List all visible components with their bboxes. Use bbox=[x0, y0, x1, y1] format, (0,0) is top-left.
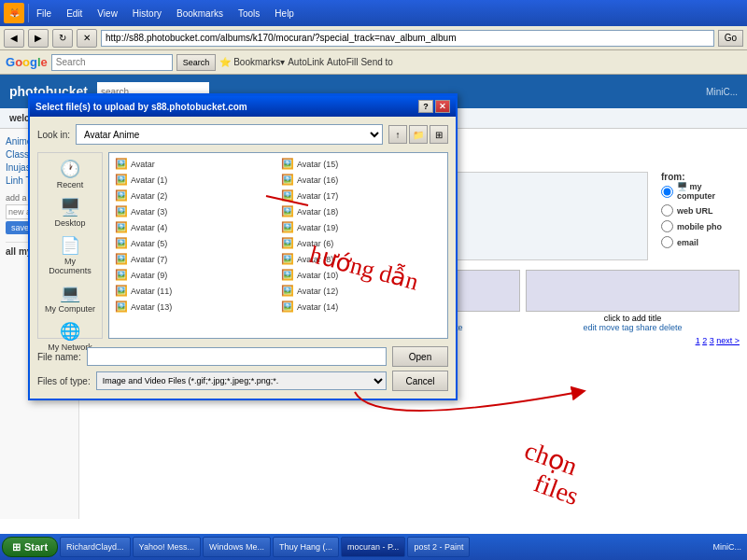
file-icon: 🖼️ bbox=[281, 174, 294, 186]
desktop-icon: 🖥️ bbox=[60, 197, 80, 217]
dialog-content-area: 🕐 Recent 🖥️ Desktop 📄 My Documents bbox=[37, 152, 448, 339]
panel-recent[interactable]: 🕐 Recent bbox=[42, 157, 98, 191]
file-item[interactable]: 🖼️Avatar (18) bbox=[279, 204, 444, 218]
search-button[interactable]: Search bbox=[176, 54, 217, 71]
file-item[interactable]: 🖼️Avatar (3) bbox=[113, 204, 277, 218]
back-button[interactable]: ◀ bbox=[4, 29, 24, 48]
file-icon: 🖼️ bbox=[281, 285, 294, 297]
file-list[interactable]: 🖼️Avatar🖼️Avatar (15)🖼️Avatar (1)🖼️Avata… bbox=[108, 152, 448, 339]
taskbar-task-5[interactable]: post 2 - Paint bbox=[407, 537, 470, 557]
file-dialog: Select file(s) to upload by s88.photobuc… bbox=[28, 93, 458, 400]
go-up-icon[interactable]: ↑ bbox=[388, 125, 407, 144]
file-item[interactable]: 🖼️Avatar (11) bbox=[113, 284, 277, 298]
file-name: Avatar (6) bbox=[297, 239, 333, 248]
filename-row: File name: Open bbox=[37, 346, 448, 367]
address-input[interactable] bbox=[101, 30, 714, 47]
file-item[interactable]: 🖼️Avatar (17) bbox=[279, 189, 444, 203]
file-item[interactable]: 🖼️Avatar (7) bbox=[113, 252, 277, 266]
filename-input[interactable] bbox=[87, 347, 387, 366]
autolink-icon[interactable]: AutoLink bbox=[288, 57, 324, 67]
taskbar-task-2[interactable]: Windows Me... bbox=[203, 537, 271, 557]
filename-label: File name: bbox=[37, 352, 81, 362]
menu-file[interactable]: File bbox=[33, 7, 55, 21]
file-name: Avatar (17) bbox=[297, 191, 338, 201]
menu-help[interactable]: Help bbox=[271, 7, 298, 21]
file-item[interactable]: 🖼️Avatar (16) bbox=[279, 173, 444, 187]
file-item[interactable]: 🖼️Avatar bbox=[113, 157, 277, 171]
filetype-select[interactable]: Image and Video Files (*.gif;*.jpg;*.jpe… bbox=[96, 371, 387, 390]
google-toolbar: Google Search ⭐ Bookmarks▾ AutoLink Auto… bbox=[0, 50, 747, 75]
google-logo: Google bbox=[6, 55, 48, 69]
my-network-icon: 🌐 bbox=[60, 321, 80, 342]
file-item[interactable]: 🖼️Avatar (9) bbox=[113, 268, 277, 282]
dialog-close-button[interactable]: ✕ bbox=[435, 100, 450, 113]
taskbar-task-0[interactable]: RichardClayd... bbox=[60, 537, 131, 557]
browser-content: photobucket MiniC... welcome, mocuran | … bbox=[0, 75, 747, 539]
file-name: Avatar (18) bbox=[297, 207, 338, 217]
file-name: Avatar bbox=[131, 160, 155, 169]
file-name: Avatar (11) bbox=[131, 287, 172, 296]
menu-tools[interactable]: Tools bbox=[234, 7, 263, 21]
dialog-body: Look in: Avatar Anime ↑ 📁 ⊞ bbox=[30, 117, 456, 399]
go-button[interactable]: Go bbox=[718, 30, 743, 47]
start-label: Start bbox=[24, 541, 48, 553]
my-computer-icon: 💻 bbox=[60, 283, 80, 303]
reload-button[interactable]: ↻ bbox=[52, 29, 73, 48]
forward-button[interactable]: ▶ bbox=[28, 29, 49, 48]
file-name: Avatar (1) bbox=[131, 175, 167, 185]
recent-label: Recent bbox=[57, 180, 84, 189]
address-bar: ◀ ▶ ↻ ✕ Go bbox=[0, 26, 747, 50]
file-item[interactable]: 🖼️Avatar (13) bbox=[113, 300, 277, 314]
cancel-button[interactable]: Cancel bbox=[392, 371, 448, 391]
menu-bookmarks[interactable]: Bookmarks bbox=[173, 7, 227, 21]
look-in-select[interactable]: Avatar Anime bbox=[76, 124, 383, 145]
recent-icon: 🕐 bbox=[60, 159, 80, 179]
file-item[interactable]: 🖼️Avatar (8) bbox=[279, 252, 444, 266]
file-icon: 🖼️ bbox=[115, 221, 128, 233]
file-item[interactable]: 🖼️Avatar (12) bbox=[279, 284, 444, 298]
file-name: Avatar (13) bbox=[131, 302, 172, 312]
separator bbox=[28, 4, 29, 22]
new-folder-icon[interactable]: 📁 bbox=[409, 125, 428, 144]
file-icon: 🖼️ bbox=[115, 189, 128, 202]
svg-text:files: files bbox=[530, 469, 583, 511]
file-item[interactable]: 🖼️Avatar (4) bbox=[113, 220, 277, 234]
taskbar-task-3[interactable]: Thuy Hang (... bbox=[273, 537, 339, 557]
taskbar-task-1[interactable]: Yahoo! Mess... bbox=[133, 537, 201, 557]
file-item[interactable]: 🖼️Avatar (2) bbox=[113, 189, 277, 203]
panel-my-documents[interactable]: 📄 My Documents bbox=[42, 233, 98, 277]
file-item[interactable]: 🖼️Avatar (6) bbox=[279, 236, 444, 250]
google-search-input[interactable] bbox=[51, 54, 173, 71]
autofill-icon[interactable]: AutoFill bbox=[327, 57, 358, 67]
menu-edit[interactable]: Edit bbox=[63, 7, 86, 21]
views-icon[interactable]: ⊞ bbox=[430, 125, 448, 144]
file-name: Avatar (5) bbox=[131, 239, 167, 248]
file-item[interactable]: 🖼️Avatar (15) bbox=[279, 157, 444, 171]
main-area: photobucket MiniC... welcome, mocuran | … bbox=[0, 75, 747, 539]
left-panel: 🕐 Recent 🖥️ Desktop 📄 My Documents bbox=[37, 152, 103, 339]
start-button[interactable]: ⊞ Start bbox=[2, 537, 58, 557]
open-button[interactable]: Open bbox=[392, 346, 448, 367]
file-item[interactable]: 🖼️Avatar (5) bbox=[113, 236, 277, 250]
panel-my-computer[interactable]: 💻 My Computer bbox=[42, 281, 98, 315]
svg-text:chọn: chọn bbox=[521, 436, 582, 482]
menu-history[interactable]: History bbox=[129, 7, 165, 21]
file-icon: 🖼️ bbox=[281, 237, 294, 249]
file-item[interactable]: 🖼️Avatar (14) bbox=[279, 300, 444, 314]
panel-desktop[interactable]: 🖥️ Desktop bbox=[42, 195, 98, 230]
file-grid: 🖼️Avatar🖼️Avatar (15)🖼️Avatar (1)🖼️Avata… bbox=[113, 157, 444, 314]
file-name: Avatar (3) bbox=[131, 207, 167, 217]
file-icon: 🖼️ bbox=[115, 301, 128, 313]
dialog-help-button[interactable]: ? bbox=[418, 100, 433, 113]
filetype-label: Files of type: bbox=[37, 376, 91, 386]
file-item[interactable]: 🖼️Avatar (10) bbox=[279, 268, 444, 282]
taskbar-task-4[interactable]: mocuran - P... bbox=[341, 537, 405, 557]
file-item[interactable]: 🖼️Avatar (19) bbox=[279, 220, 444, 234]
menu-view[interactable]: View bbox=[93, 7, 121, 21]
bookmarks-icon[interactable]: ⭐ Bookmarks▾ bbox=[219, 57, 285, 67]
send-to-icon[interactable]: Send to bbox=[360, 57, 392, 67]
file-item[interactable]: 🖼️Avatar (1) bbox=[113, 173, 277, 187]
file-icon: 🖼️ bbox=[281, 158, 294, 170]
stop-button[interactable]: ✕ bbox=[77, 29, 97, 48]
look-in-icons: ↑ 📁 ⊞ bbox=[388, 125, 448, 144]
